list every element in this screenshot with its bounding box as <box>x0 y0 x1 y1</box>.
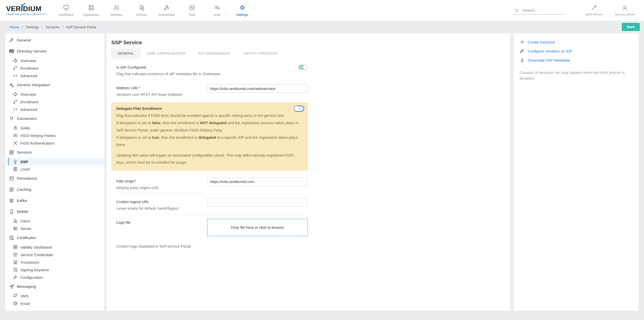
sidebar-item[interactable]: Enrollment <box>8 98 104 106</box>
saml-icon <box>13 125 18 130</box>
sidebar-item[interactable]: Signing Keystore <box>8 266 104 273</box>
fido-origin-label: Fido Origin* <box>116 177 202 183</box>
people-icon <box>113 4 120 11</box>
sidebar-item[interactable]: Caching <box>5 184 104 195</box>
sidebar-item[interactable]: Generic Integration <box>5 79 104 90</box>
brand-name: VERIDIUM <box>6 5 48 12</box>
sidebar-item[interactable]: Enrollment <box>8 64 104 72</box>
tools-icon <box>189 4 195 11</box>
websec-url-desc: Veridium core REST API base endpoint <box>116 92 202 97</box>
brand-tagline: TRUSTED DIGITAL IDENTITY <box>6 13 48 16</box>
fido-origin-row: Fido Origin* Relying party origins URL <box>111 173 308 194</box>
logo-file-row: Logo file Drop file here or click to bro… <box>111 214 308 240</box>
phone-icon <box>9 209 14 214</box>
download-icon <box>520 58 525 63</box>
sidebar-item[interactable]: FIDO Authenticators <box>8 139 104 147</box>
nav-item[interactable]: Tools <box>179 4 204 17</box>
nav-item[interactable]: Audit <box>204 4 230 17</box>
panel-link[interactable]: Create Keystore <box>520 39 632 44</box>
sidebar-item[interactable]: Overview <box>8 90 104 98</box>
custom-logout-input[interactable] <box>207 198 308 207</box>
sidebar-item[interactable]: Advanced <box>8 72 104 79</box>
sidebar-item[interactable]: Validity Dashboard <box>8 243 104 251</box>
websec-url-input[interactable] <box>207 84 308 93</box>
sidebar-item[interactable]: Configuration <box>8 273 104 281</box>
grid-icon <box>9 150 14 155</box>
nav-item[interactable]: Applications <box>79 4 104 17</box>
sidebar-item[interactable]: Services <box>5 147 104 158</box>
sidebar-item[interactable]: Connectors <box>5 113 104 124</box>
sidebar-item[interactable]: LDAP <box>8 165 104 173</box>
is-idp-toggle[interactable] <box>298 65 308 70</box>
database-icon <box>9 176 14 181</box>
sidebar-item[interactable]: Directory Service <box>5 46 104 57</box>
nav-item[interactable]: Dashboard <box>53 4 79 17</box>
nav-item[interactable]: Devices <box>129 4 154 17</box>
sidebar-item[interactable]: Persistence <box>5 173 104 184</box>
logo-file-dropzone[interactable]: Drop file here or click to browse <box>207 219 308 236</box>
client-devices-icon <box>13 218 18 223</box>
sidebar-item[interactable]: Messaging <box>5 281 104 292</box>
delegate-fido-toggle[interactable] <box>294 106 304 112</box>
user-menu[interactable]: aencica_admin <box>612 5 638 16</box>
ad-icon <box>9 49 14 54</box>
apps-icon <box>88 4 95 11</box>
sidebar-item[interactable]: SAML <box>8 124 104 132</box>
sidebar-item[interactable]: Server <box>8 225 104 232</box>
quick-actions-button[interactable]: Quick Actions <box>580 5 608 16</box>
orchestrator-icon <box>163 4 170 11</box>
veridium-logo[interactable]: VERIDIUM TRUSTED DIGITAL IDENTITY <box>6 5 48 16</box>
keystore-hsm-note: Creation of keystore can only happen whe… <box>520 70 632 81</box>
sidebar-item[interactable]: General <box>5 35 104 46</box>
nav-item[interactable]: Settings <box>230 4 255 17</box>
save-button[interactable]: Save <box>622 23 640 31</box>
fido-origin-input[interactable] <box>207 177 308 186</box>
sidebar-item[interactable]: Client <box>8 217 104 225</box>
server-icon <box>13 226 18 231</box>
sidebar-item[interactable]: Overview <box>8 57 104 64</box>
plus-icon <box>520 39 525 44</box>
main-nav: Dashboard Applications Identities Device… <box>53 4 255 17</box>
settings-sidebar: General Directory Service Overview Enrol… <box>5 33 104 311</box>
nav-item[interactable]: Identities <box>104 4 129 17</box>
sidebar-item[interactable]: Certificates <box>5 232 104 243</box>
breadcrumb-item[interactable]: /Settings <box>19 25 39 29</box>
person-icon <box>622 5 628 11</box>
search-input[interactable] <box>522 8 561 13</box>
sidebar-item[interactable]: Truststores <box>8 258 104 266</box>
panel-link[interactable]: Configure Veridium as IDP <box>520 49 632 54</box>
sidebar-item[interactable]: SMS <box>8 292 104 300</box>
kafka-icon <box>9 198 14 203</box>
wrench-icon <box>9 37 14 43</box>
store-icon <box>13 260 18 265</box>
sidebar-item[interactable]: Kafka <box>5 195 104 206</box>
delegate-desc-line2: If delegation is set to false, then the … <box>116 119 303 134</box>
nav-item[interactable]: Orchestrator <box>154 4 179 17</box>
tab[interactable]: SAML CONFIGURATION <box>140 49 192 58</box>
is-idp-label: Is IDP Configured <box>116 64 293 69</box>
sidebar-item[interactable]: Advanced <box>8 106 104 113</box>
sidebar-item[interactable]: Mobile <box>5 206 104 217</box>
socket-icon <box>9 116 14 121</box>
is-idp-desc: Flag that indicates existence of IdP met… <box>116 72 293 76</box>
devices-icon <box>138 4 145 11</box>
fido-origin-desc: Relying party origins URL <box>116 186 202 190</box>
breadcrumb-item[interactable]: /Services <box>39 25 60 29</box>
tab[interactable]: GENERAL <box>111 49 140 58</box>
logo-file-label: Logo file <box>116 219 202 224</box>
breadcrumb-item[interactable]: /Home <box>10 25 19 29</box>
sidebar-item[interactable]: Service Credentials <box>8 251 104 258</box>
is-idp-row: Is IDP Configured Flag that indicates ex… <box>111 59 308 80</box>
sidebar-item[interactable]: SSP <box>8 158 104 165</box>
doc-lines-icon <box>13 252 18 257</box>
sidebar-item[interactable]: FIDO Relying Parties <box>8 132 104 139</box>
panel-link[interactable]: Download SSP Metadata <box>520 58 632 63</box>
custom-logout-label: Custom logout URL <box>116 198 202 204</box>
tab[interactable]: KEY MANAGEMENT <box>192 49 237 58</box>
custom-logout-row: Custom logout URL Leave empty for defaul… <box>111 194 308 214</box>
sidebar-item[interactable]: Email <box>8 300 104 307</box>
page-title: SSP Service <box>111 39 506 45</box>
breadcrumb-item[interactable]: /Self Service Portal <box>60 25 96 29</box>
audit-icon <box>214 4 221 11</box>
tab[interactable]: IDENTITY PROVIDER <box>237 49 284 58</box>
